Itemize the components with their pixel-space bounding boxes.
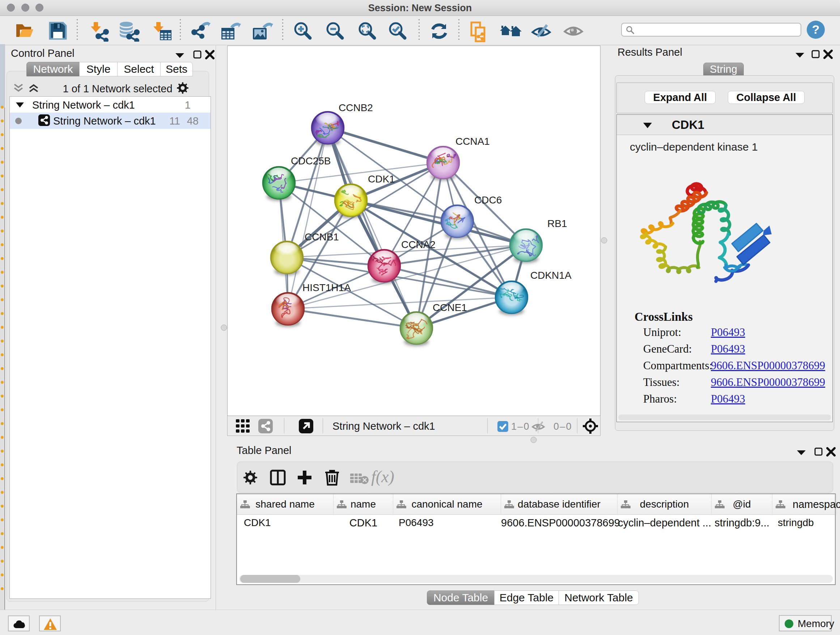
svg-text:CDK1: CDK1	[368, 173, 395, 185]
svg-text:HIST1H1A: HIST1H1A	[302, 282, 351, 293]
svg-text:CCNB1: CCNB1	[305, 231, 339, 242]
svg-text:?: ?	[812, 22, 820, 36]
svg-text:CDC6: CDC6	[474, 195, 502, 206]
svg-text:CCNE1: CCNE1	[433, 302, 467, 313]
svg-text:CDC25B: CDC25B	[291, 155, 331, 166]
svg-text:RB1: RB1	[547, 218, 567, 229]
svg-text:CCNB2: CCNB2	[339, 102, 373, 113]
svg-text:CCNA1: CCNA1	[455, 136, 490, 147]
svg-text:CCNA2: CCNA2	[401, 239, 436, 250]
svg-text:CDKN1A: CDKN1A	[531, 270, 572, 281]
